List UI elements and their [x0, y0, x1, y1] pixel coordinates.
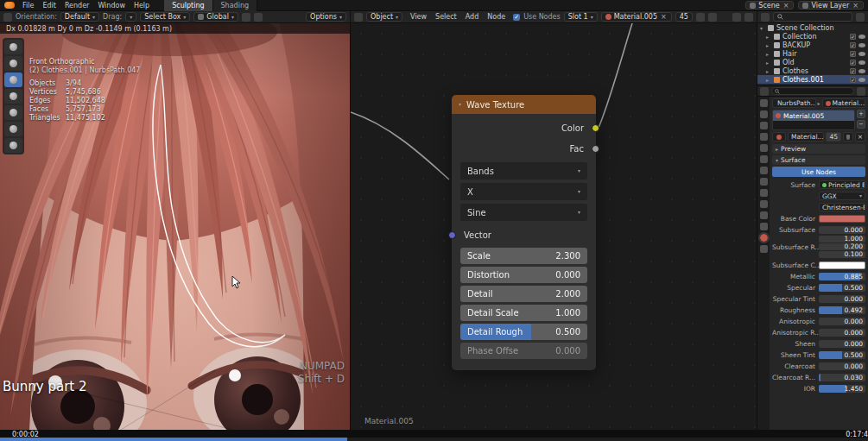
node-menu-select[interactable]: Select — [431, 13, 461, 21]
menu-render[interactable]: Render — [60, 2, 93, 9]
render-tab-icon[interactable] — [760, 110, 768, 118]
draw-sharp-tool-icon[interactable] — [4, 56, 22, 71]
phase-offse-field[interactable]: Phase Offse0.000 — [460, 343, 587, 359]
node-menu-node[interactable]: Node — [483, 13, 510, 21]
value-slider[interactable]: 0.000 — [819, 362, 865, 370]
overlay-options-icon[interactable] — [744, 13, 753, 22]
transform-orientation-dropdown[interactable]: Global▾ — [193, 12, 238, 22]
value-slider[interactable]: 0.000 — [819, 226, 865, 234]
material-slot-list[interactable]: Material.005 — [772, 110, 855, 130]
blender-logo-icon[interactable] — [4, 2, 15, 9]
outliner-item-collection[interactable]: ▸Collection✓ — [757, 32, 868, 41]
surface-shader-dropdown[interactable]: Principled BSDF — [819, 180, 865, 189]
menu-help[interactable]: Help — [130, 2, 154, 9]
mask-tool-icon[interactable] — [4, 138, 22, 153]
value-field[interactable]: 0.200 — [819, 243, 865, 250]
users-count-button[interactable]: 45 — [826, 132, 841, 142]
view-layer-unlink-icon[interactable]: × — [852, 2, 859, 9]
scene-tab-icon[interactable] — [760, 144, 768, 152]
outliner-search-input[interactable] — [773, 12, 852, 22]
output-tab-icon[interactable] — [760, 122, 768, 129]
texture-tab-icon[interactable] — [760, 245, 768, 253]
collapse-triangle-icon[interactable]: ▾ — [459, 102, 461, 107]
shader-type-dropdown[interactable]: Object▾ — [366, 12, 402, 22]
proportional-editing-icon[interactable] — [254, 13, 263, 22]
value-slider[interactable]: 1.450 — [819, 385, 865, 393]
breadcrumb-material[interactable]: Material... — [822, 98, 866, 108]
physics-tab-icon[interactable] — [760, 200, 768, 208]
use-nodes-checkbox[interactable]: ✓ — [513, 14, 520, 21]
outliner-item-backup[interactable]: ▸BACKUP✓ — [757, 41, 868, 49]
filter-icon[interactable] — [856, 13, 865, 22]
grab-tool-icon[interactable] — [4, 105, 22, 120]
particles-tab-icon[interactable] — [760, 189, 768, 197]
expand-triangle-icon[interactable]: ▸ — [766, 77, 771, 83]
value-slider[interactable]: 0.885 — [819, 273, 865, 280]
x-dropdown[interactable]: X▾ — [460, 183, 587, 200]
workspace-tab-shading[interactable]: Shading — [213, 0, 258, 11]
slot-dropdown[interactable]: Slot 1▾ — [564, 12, 598, 22]
hide-eye-icon[interactable] — [858, 69, 865, 73]
view-layer-tab-icon[interactable] — [760, 133, 768, 141]
subsurface-method-dropdown[interactable]: Christensen-Burley▾ — [819, 203, 865, 211]
value-slider[interactable]: 0.500 — [819, 284, 865, 292]
hide-eye-icon[interactable] — [858, 52, 865, 56]
surface-section-header[interactable]: ▾Surface — [772, 155, 865, 165]
draw-tool-icon[interactable] — [4, 40, 22, 54]
fake-user-shield-icon[interactable] — [843, 132, 853, 142]
unlink-material-icon[interactable]: × — [855, 132, 865, 142]
outliner[interactable]: ▾Scene Collection▸Collection✓▸BACKUP✓▸Ha… — [757, 23, 868, 85]
fac-socket[interactable] — [592, 145, 599, 153]
value-slider[interactable]: 0.030 — [819, 374, 865, 381]
menu-file[interactable]: File — [18, 2, 38, 9]
collapse-triangle-icon[interactable]: ▾ — [760, 25, 765, 31]
hide-eye-icon[interactable] — [858, 78, 865, 82]
select-mode-dropdown[interactable]: Select Box▾ — [140, 12, 190, 22]
detail-rough-field[interactable]: Detail Rough0.500 — [460, 324, 587, 340]
node-header[interactable]: ▾ Wave Texture — [452, 95, 596, 114]
value-field[interactable]: 0.100 — [819, 251, 865, 258]
preview-section-header[interactable]: ▸Preview — [772, 144, 865, 154]
remove-material-slot-button[interactable]: − — [857, 120, 865, 129]
node-menu-add[interactable]: Add — [461, 13, 484, 21]
exclude-checkbox-icon[interactable]: ✓ — [850, 42, 856, 48]
outliner-item-clothes[interactable]: ▸Clothes✓ — [757, 66, 868, 75]
snake-hook-tool-icon[interactable] — [4, 122, 22, 136]
outliner-item-old[interactable]: ▸Old✓ — [757, 58, 868, 66]
exclude-checkbox-icon[interactable]: ✓ — [850, 34, 856, 40]
value-slider[interactable]: 0.000 — [819, 295, 865, 303]
distribution-dropdown[interactable]: GGX▾ — [819, 192, 865, 200]
color-swatch[interactable] — [819, 215, 865, 223]
node-menu-view[interactable]: View — [406, 13, 431, 21]
object-tab-icon[interactable] — [760, 167, 768, 174]
exclude-checkbox-icon[interactable]: ✓ — [850, 77, 856, 83]
pin-icon[interactable] — [708, 13, 717, 22]
scene-selector[interactable]: Scene × — [745, 1, 794, 9]
world-tab-icon[interactable] — [760, 155, 768, 163]
detail-field[interactable]: Detail2.000 — [460, 286, 587, 302]
timeline-bar[interactable]: 0:00:02 0:17:4 — [0, 430, 868, 441]
expand-triangle-icon[interactable]: ▸ — [766, 42, 771, 48]
unlink-material-icon[interactable]: × — [660, 13, 668, 21]
hide-eye-icon[interactable] — [858, 60, 865, 65]
tool-tab-icon[interactable] — [760, 99, 768, 107]
expand-triangle-icon[interactable]: ▸ — [766, 51, 771, 57]
outliner-editor-type-icon[interactable] — [761, 13, 770, 22]
snapping-icon[interactable] — [732, 13, 741, 22]
bands-dropdown[interactable]: Bands▾ — [460, 162, 587, 180]
properties-search-input[interactable] — [771, 87, 854, 95]
fake-user-shield-icon[interactable] — [696, 13, 705, 22]
material-slot-row[interactable]: Material.005 — [773, 110, 854, 121]
menu-edit[interactable]: Edit — [38, 2, 60, 9]
value-slider[interactable]: 0.500 — [819, 351, 865, 359]
distortion-field[interactable]: Distortion0.000 — [460, 267, 587, 283]
material-tab-icon[interactable] — [760, 234, 768, 242]
value-slider[interactable]: 0.000 — [819, 329, 865, 337]
detail-scale-field[interactable]: Detail Scale1.000 — [460, 305, 587, 321]
value-slider[interactable]: 0.492 — [819, 306, 865, 314]
value-slider[interactable]: 0.000 — [819, 318, 865, 325]
vector-socket[interactable] — [448, 231, 456, 239]
view-layer-selector[interactable]: View Layer × — [798, 1, 864, 9]
expand-triangle-icon[interactable]: ▸ — [766, 60, 771, 66]
value-slider[interactable]: 0.000 — [819, 340, 865, 348]
